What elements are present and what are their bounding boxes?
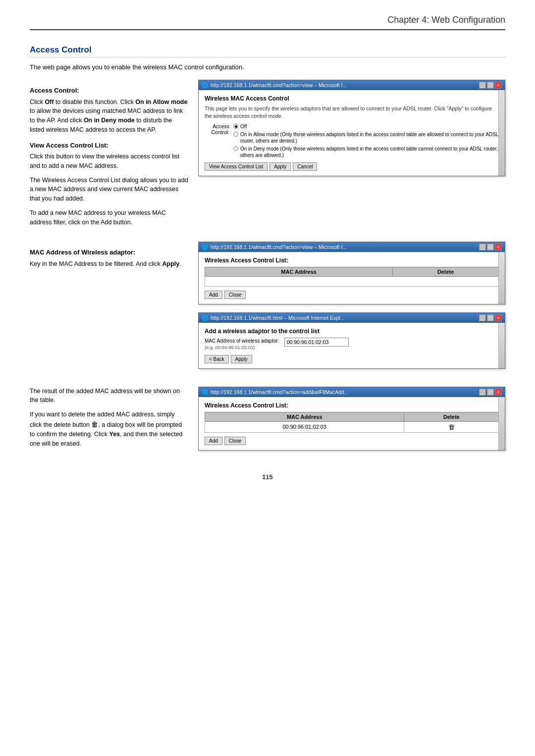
panel-1-title: Wireless MAC Access Control [205,95,499,102]
panel-1-desc: This page lets you to specify the wirele… [205,105,499,119]
minimize-button[interactable]: _ [479,82,486,89]
radio-deny-label: On in Deny mode (Only those wireless ada… [240,146,499,158]
right-column-1: 🌐 http://192.168.1.1/wlmacflt.cmd?action… [198,80,505,232]
radio-off-item[interactable]: Off [233,123,499,130]
panel-3-title: Add a wireless adaptor to the control li… [205,328,499,335]
mac-address-input[interactable] [284,338,349,347]
panel-2-titlebar: 🌐 http://192.168.1.1/wlmacflt.cmd?action… [199,242,505,252]
left-column-3: The result of the added MAC address will… [30,387,188,458]
panel-2-title: Wireless Access Control List: [205,257,499,264]
content-section-2: MAC Address of Wireless adaptor: Key in … [30,242,505,376]
content-section-1: Access Control: Click Off to disable thi… [30,80,505,232]
minimize-button-3[interactable]: _ [479,314,486,321]
radio-deny-item[interactable]: On in Deny mode (Only those wireless ada… [233,146,499,158]
radio-off-circle[interactable] [233,124,238,129]
browser-icon-3: 🌐 [202,315,209,321]
close-button-2[interactable]: × [495,244,502,251]
col-mac-header-4: MAC Address [205,412,404,421]
right-column-2: 🌐 http://192.168.1.1/wlmacflt.cmd?action… [198,242,505,376]
win-buttons-2: _ □ × [479,244,502,251]
access-control-form-row: AccessControl: Off On in Allow mode (Onl… [205,123,499,158]
col-delete-header-4: Delete [404,412,499,421]
mac-form-label: MAC Address of wireless adaptor: (e.g.,0… [205,338,279,351]
view-heading: View Access Control List: [30,141,188,151]
wireless-list-desc: The Wireless Access Control List dialog … [30,176,188,203]
add-mac-desc: To add a new MAC address to your wireles… [30,208,188,227]
add-button-panel2[interactable]: Add [205,291,222,299]
left-column-1: Access Control: Click Off to disable thi… [30,80,188,232]
result-text: The result of the added MAC address will… [30,387,188,405]
browser-icon-4: 🌐 [202,389,209,395]
panel-4-content: Wireless Access Control List: MAC Addres… [199,397,505,450]
page-number: 115 [30,473,505,481]
apply-button-panel1[interactable]: Apply [269,162,291,171]
apply-button-panel3[interactable]: Apply [231,355,252,363]
panel-1-url: http://192.168.1.1/wlmacflt.cmd?action=v… [211,82,347,88]
panel-4-titlebar: 🌐 http://192.168.1.1/wlmacflt.cmd?action… [199,387,505,397]
maximize-button-4[interactable]: □ [487,389,494,396]
mac-table-empty: MAC Address Delete [205,267,499,287]
maximize-button-3[interactable]: □ [487,314,494,321]
col-mac-header: MAC Address [205,267,393,277]
minimize-button-2[interactable]: _ [479,244,486,251]
close-button[interactable]: × [495,82,502,89]
browser-icon: 🌐 [202,82,209,89]
mac-form-hint: (e.g.,00:90:95:01:02:03) [205,345,255,350]
section-title: Access Control [30,45,505,57]
delete-icon[interactable]: 🗑 [448,423,455,431]
left-column-2: MAC Address of Wireless adaptor: Key in … [30,242,188,376]
close-button-panel4[interactable]: Close [224,437,246,445]
intro-text: The web page allows you to enable the wi… [30,63,505,71]
panel-3-btn-row: < Back Apply [205,355,499,363]
panel-2-window: 🌐 http://192.168.1.1/wlmacflt.cmd?action… [198,242,505,304]
view-access-control-list-button[interactable]: View Access Control List [205,162,268,171]
panel-3-window: 🌐 http://192.168.1.1/wlmacflt.html – Mic… [198,312,505,368]
radio-allow-item[interactable]: On in Allow mode (Only those wireless ad… [233,131,499,144]
mac-address-text: Key in the MAC Address to be filtered. A… [30,259,188,269]
access-control-text: Click Off to disable this function. Clic… [30,98,188,135]
panel-4-url: http://192.168.1.1/wlmacflt.cmd?action=a… [211,389,349,395]
panel-3-content: Add a wireless adaptor to the control li… [199,323,505,368]
back-button-panel3[interactable]: < Back [205,355,229,363]
panel-1-content: Wireless MAC Access Control This page le… [199,90,505,176]
add-button-panel4[interactable]: Add [205,437,222,445]
close-button-3[interactable]: × [495,314,502,321]
delete-text: If you want to delete the added MAC addr… [30,410,188,448]
browser-icon-2: 🌐 [202,244,209,251]
panel-4-btn-row: Add Close [205,437,499,445]
close-button-panel2[interactable]: Close [224,291,246,299]
radio-allow-circle[interactable] [233,132,238,137]
mac-address-heading: MAC Address of Wireless adaptor: [30,248,188,257]
delete-cell: 🗑 [404,421,499,432]
panel-1-window: 🌐 http://192.168.1.1/wlmacflt.cmd?action… [198,80,505,176]
radio-off-label: Off [240,123,247,130]
mac-table-with-data: MAC Address Delete 00:90:96:01:02:03 🗑 [205,412,499,433]
maximize-button-2[interactable]: □ [487,244,494,251]
chapter-header: Chapter 4: Web Configuration [30,15,505,30]
win-buttons-3: _ □ × [479,314,502,321]
radio-deny-circle[interactable] [233,146,238,151]
panel-3-titlebar: 🌐 http://192.168.1.1/wlmacflt.html – Mic… [199,313,505,323]
win-buttons: _ □ × [479,82,502,89]
panel-3-url: http://192.168.1.1/wlmacflt.html – Micro… [211,315,344,321]
view-text: Click this button to view the wireless a… [30,152,188,171]
close-button-4[interactable]: × [495,389,502,396]
maximize-button[interactable]: □ [487,82,494,89]
panel-1-titlebar: 🌐 http://192.168.1.1/wlmacflt.cmd?action… [199,80,505,90]
content-section-3: The result of the added MAC address will… [30,387,505,458]
panel-4-title: Wireless Access Control List: [205,402,499,409]
panel-2-btn-row: Add Close [205,291,499,299]
mac-address-cell: 00:90:96:01:02:03 [205,421,404,432]
empty-row [205,277,499,287]
mac-data-row: 00:90:96:01:02:03 🗑 [205,421,499,432]
right-column-3: 🌐 http://192.168.1.1/wlmacflt.cmd?action… [198,387,505,458]
cancel-button-panel1[interactable]: Cancel [293,162,317,171]
radio-group: Off On in Allow mode (Only those wireles… [233,123,499,158]
panel-1-btn-row: View Access Control List Apply Cancel [205,162,499,171]
panel-4-window: 🌐 http://192.168.1.1/wlmacflt.cmd?action… [198,387,505,451]
access-control-form-label: AccessControl: [205,123,229,135]
minimize-button-4[interactable]: _ [479,389,486,396]
col-delete-header: Delete [393,267,499,277]
win-buttons-4: _ □ × [479,389,502,396]
panel-2-content: Wireless Access Control List: MAC Addres… [199,252,505,304]
